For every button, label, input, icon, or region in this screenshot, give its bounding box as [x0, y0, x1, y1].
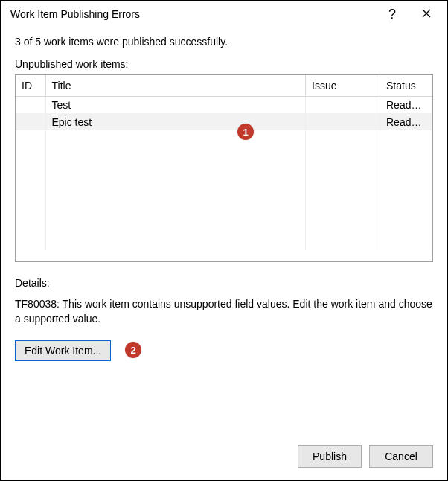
dialog-footer: Publish Cancel	[1, 438, 447, 480]
table-row-empty	[16, 182, 432, 199]
col-header-title[interactable]: Title	[45, 75, 306, 96]
work-items-table: ID Title Issue Status Test Ready ...	[16, 75, 432, 250]
table-row-empty	[16, 130, 432, 147]
table-row-empty	[16, 147, 432, 165]
help-button[interactable]: ?	[375, 2, 409, 26]
table-row-empty	[16, 216, 432, 233]
table-row-empty	[16, 199, 432, 216]
table-row[interactable]: Test Ready ...	[16, 96, 432, 113]
col-header-status[interactable]: Status	[380, 75, 432, 96]
close-icon	[422, 7, 431, 21]
cell-id	[16, 113, 45, 130]
col-header-issue[interactable]: Issue	[306, 75, 380, 96]
table-header-row: ID Title Issue Status	[16, 75, 432, 96]
cell-title: Test	[45, 96, 306, 113]
publish-button[interactable]: Publish	[298, 445, 362, 468]
cell-issue	[306, 96, 380, 113]
annotation-badge-2: 2	[125, 342, 141, 358]
table-row-empty	[16, 233, 432, 250]
dialog-title: Work Item Publishing Errors	[10, 8, 375, 20]
cell-status: Ready ...	[380, 96, 432, 113]
col-header-id[interactable]: ID	[16, 75, 45, 96]
details-label: Details:	[15, 277, 433, 289]
cell-issue	[306, 113, 380, 130]
cell-id	[16, 96, 45, 113]
edit-work-item-button[interactable]: Edit Work Item...	[15, 340, 111, 361]
titlebar: Work Item Publishing Errors ?	[1, 1, 447, 27]
close-button[interactable]	[409, 2, 444, 26]
details-text: TF80038: This work item contains unsuppo…	[15, 296, 433, 327]
cell-status: Ready ...	[380, 113, 432, 130]
table-row-empty	[16, 165, 432, 182]
dialog-body: 3 of 5 work items were published success…	[1, 27, 447, 438]
dialog-window: Work Item Publishing Errors ? 3 of 5 wor…	[0, 0, 448, 481]
table-row[interactable]: Epic test Ready ...	[16, 113, 432, 130]
summary-text: 3 of 5 work items were published success…	[15, 36, 433, 48]
unpublished-grid[interactable]: ID Title Issue Status Test Ready ...	[15, 74, 433, 262]
cell-title: Epic test	[45, 113, 306, 130]
unpublished-label: Unpublished work items:	[15, 58, 433, 70]
cancel-button[interactable]: Cancel	[369, 445, 433, 468]
annotation-badge-1: 1	[237, 124, 254, 140]
